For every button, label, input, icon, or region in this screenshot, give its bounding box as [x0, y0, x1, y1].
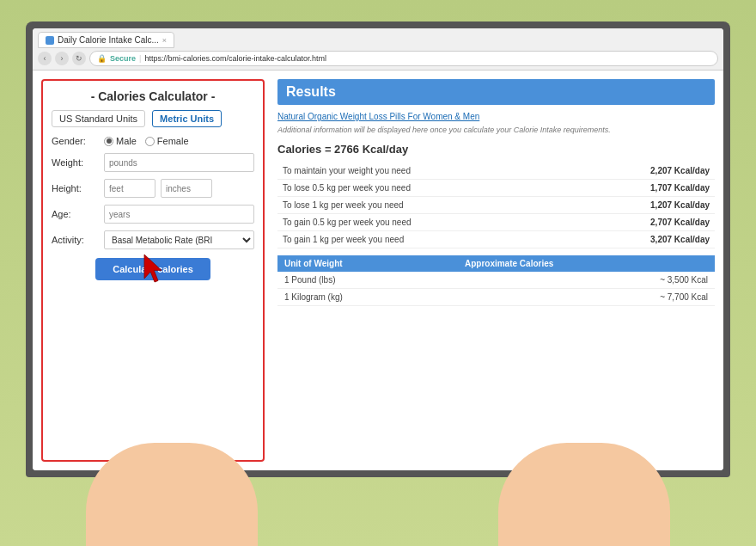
female-label: Female	[157, 136, 189, 146]
calculator-title: - Calories Calculator -	[52, 89, 254, 103]
male-label: Male	[116, 136, 137, 146]
laptop-screen: Daily Calorie Intake Calc... × ‹ › ↻ 🔒 S…	[33, 28, 723, 470]
age-input[interactable]	[104, 205, 254, 224]
url-display: https://bmi-calories.com/calorie-intake-…	[144, 54, 326, 63]
row-value: 1,207 Kcal/day	[569, 196, 715, 213]
weight-unit: 1 Pound (lbs)	[277, 272, 458, 289]
table-row: To lose 0.5 kg per week you need 1,707 K…	[277, 179, 715, 196]
results-ad-link[interactable]: Natural Organic Weight Loss Pills For Wo…	[277, 112, 715, 121]
weight-row: Weight:	[52, 153, 254, 172]
female-radio[interactable]	[145, 137, 155, 146]
height-inches-input[interactable]	[161, 179, 212, 198]
results-weight-table: Unit of Weight Approximate Calories 1 Po…	[277, 255, 715, 306]
age-label: Age:	[52, 209, 99, 219]
weight-label: Weight:	[52, 157, 99, 168]
table-row: To gain 0.5 kg per week you need 2,707 K…	[277, 213, 715, 230]
results-subtitle: Additional information will be displayed…	[277, 125, 715, 136]
gender-label: Gender:	[52, 136, 99, 146]
row-label: To gain 1 kg per week you need	[277, 230, 569, 248]
table-row: To lose 1 kg per week you need 1,207 Kca…	[277, 196, 715, 213]
tab-favicon	[46, 36, 54, 45]
row-label: To lose 1 kg per week you need	[277, 196, 569, 213]
weight-calories: ~ 7,700 Kcal	[458, 288, 715, 305]
tab-metric[interactable]: Metric Units	[152, 110, 222, 127]
weight-calories: ~ 3,500 Kcal	[458, 272, 715, 289]
scene: Daily Calorie Intake Calc... × ‹ › ↻ 🔒 S…	[0, 0, 756, 546]
row-value: 3,207 Kcal/day	[569, 230, 715, 248]
browser-tab[interactable]: Daily Calorie Intake Calc... ×	[38, 32, 174, 48]
results-panel: Results Natural Organic Weight Loss Pill…	[277, 79, 715, 462]
male-option[interactable]: Male	[104, 136, 137, 146]
row-value: 2,207 Kcal/day	[569, 163, 715, 180]
page-content: - Calories Calculator - US Standard Unit…	[33, 71, 723, 470]
male-radio[interactable]	[104, 137, 113, 146]
table-row: To gain 1 kg per week you need 3,207 Kca…	[277, 230, 715, 248]
browser-chrome: Daily Calorie Intake Calc... × ‹ › ↻ 🔒 S…	[33, 28, 723, 71]
separator: |	[139, 54, 141, 63]
gender-options: Male Female	[104, 136, 189, 146]
row-value: 2,707 Kcal/day	[569, 213, 715, 230]
weight-input[interactable]	[104, 153, 254, 172]
gender-row: Gender: Male Female	[52, 136, 254, 146]
browser-nav: ‹ › ↻ 🔒 Secure | https://bmi-calories.co…	[38, 51, 718, 66]
back-button[interactable]: ‹	[38, 52, 52, 65]
female-option[interactable]: Female	[145, 136, 189, 146]
tab-title: Daily Calorie Intake Calc...	[58, 35, 159, 45]
activity-select[interactable]: Basal Metabolic Rate (BRI	[104, 230, 254, 249]
laptop: Daily Calorie Intake Calc... × ‹ › ↻ 🔒 S…	[26, 21, 730, 477]
results-header: Results	[277, 79, 715, 105]
refresh-button[interactable]: ↻	[72, 52, 86, 65]
calc-tabs: US Standard Units Metric Units	[52, 110, 254, 127]
lock-icon: 🔒	[97, 54, 107, 63]
forward-button[interactable]: ›	[55, 52, 69, 65]
height-feet-input[interactable]	[104, 179, 155, 198]
tab-us-standard[interactable]: US Standard Units	[52, 110, 145, 127]
table-row: 1 Pound (lbs) ~ 3,500 Kcal	[277, 272, 715, 289]
activity-label: Activity:	[52, 235, 99, 245]
height-row: Height:	[52, 179, 254, 198]
height-label: Height:	[52, 183, 99, 193]
address-bar[interactable]: 🔒 Secure | https://bmi-calories.com/calo…	[89, 51, 718, 66]
hands	[0, 443, 756, 546]
age-row: Age:	[52, 205, 254, 224]
secure-label: Secure	[110, 54, 136, 63]
table-row: 1 Kilogram (kg) ~ 7,700 Kcal	[277, 288, 715, 305]
table-row: To maintain your weight you need 2,207 K…	[277, 163, 715, 180]
row-label: To maintain your weight you need	[277, 163, 569, 180]
calculator-panel: - Calories Calculator - US Standard Unit…	[41, 79, 265, 462]
browser-tabs: Daily Calorie Intake Calc... ×	[38, 32, 718, 48]
weight-table-header1: Unit of Weight	[277, 255, 458, 272]
activity-row: Activity: Basal Metabolic Rate (BRI	[52, 230, 254, 249]
row-value: 1,707 Kcal/day	[569, 179, 715, 196]
results-main-value: Calories = 2766 Kcal/day	[277, 143, 715, 156]
results-calorie-table: To maintain your weight you need 2,207 K…	[277, 163, 715, 248]
row-label: To gain 0.5 kg per week you need	[277, 213, 569, 230]
tab-close-button[interactable]: ×	[162, 36, 167, 45]
row-label: To lose 0.5 kg per week you need	[277, 179, 569, 196]
svg-marker-0	[144, 255, 162, 282]
right-hand	[498, 443, 670, 546]
cursor-arrow	[138, 251, 168, 289]
left-hand	[86, 443, 258, 546]
weight-unit: 1 Kilogram (kg)	[277, 288, 458, 305]
weight-table-header2: Approximate Calories	[458, 255, 715, 272]
button-area: Calculate calories	[52, 258, 254, 280]
